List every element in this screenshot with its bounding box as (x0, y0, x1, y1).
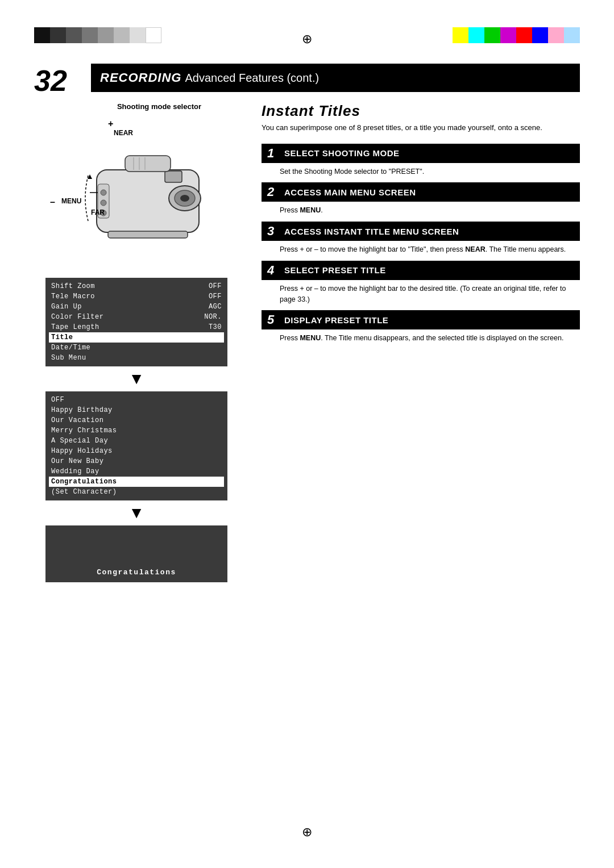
menu-row-submenu: Sub Menu (51, 353, 222, 363)
menu-row-shift-zoom: Shift ZoomOFF (51, 281, 222, 291)
step-1-body: Set the Shooting Mode selector to "PRESE… (262, 165, 580, 177)
title-merry-christmas: Merry Christmas (51, 425, 222, 436)
step-2-number: 2 (267, 185, 279, 199)
svg-point-3 (180, 195, 189, 202)
recording-label: RECORDING (100, 70, 181, 85)
far-label: FAR (91, 208, 105, 216)
left-column: Shooting mode selector + NEAR (34, 102, 250, 582)
title-happy-birthday: Happy Birthday (51, 405, 222, 415)
preview-text: Congratulations (97, 568, 176, 577)
color-bars-left (34, 27, 161, 43)
svg-point-11 (101, 200, 106, 206)
menu-row-title: Title (49, 332, 224, 343)
section-title: Instant Titles (262, 102, 580, 120)
camera-illustration (80, 136, 227, 261)
swatch-r1 (453, 27, 468, 43)
menu-row-tele-macro: Tele MacroOFF (51, 291, 222, 302)
title-set-character: (Set Character) (51, 487, 222, 497)
step-1-header: 1 SELECT SHOOTING MODE (262, 144, 580, 163)
menu-panel: Shift ZoomOFF Tele MacroOFF Gain UpAGC C… (45, 278, 227, 366)
arrow-down-2: ▼ (45, 504, 227, 522)
menu-row-gain-up: Gain UpAGC (51, 302, 222, 312)
step-2-header: 2 ACCESS MAIN MENU SCREEN (262, 182, 580, 202)
swatch-r8 (564, 27, 580, 43)
menu-row-datetime: Date/Time (51, 343, 222, 353)
menu-label: MENU (61, 197, 81, 205)
camera-diagram: + NEAR (45, 113, 239, 272)
step-1-number: 1 (267, 146, 279, 161)
preview-panel: Congratulations (45, 525, 227, 582)
title-happy-holidays: Happy Holidays (51, 446, 222, 456)
swatch-3 (66, 27, 82, 43)
step-4-header: 4 SELECT PRESET TITLE (262, 261, 580, 280)
title-special-day: A Special Day (51, 436, 222, 446)
plus-label: + (108, 119, 113, 129)
step-3-number: 3 (267, 224, 279, 239)
step-3-title: ACCESS INSTANT TITLE MENU SCREEN (284, 227, 459, 236)
header-bar: RECORDING Advanced Features (cont.) (91, 64, 580, 92)
swatch-1 (34, 27, 50, 43)
swatch-8 (146, 27, 161, 43)
swatch-r4 (500, 27, 516, 43)
title-select-panel: OFF Happy Birthday Our Vacation Merry Ch… (45, 391, 227, 500)
step-5-body: Press MENU. The Title menu disappears, a… (262, 332, 580, 344)
swatch-7 (130, 27, 146, 43)
menu-row-tape-length: Tape LengthT30 (51, 322, 222, 332)
step-4-title: SELECT PRESET TITLE (284, 265, 386, 275)
swatch-r3 (484, 27, 500, 43)
menu-row-color-filter: Color FilterNOR. (51, 312, 222, 322)
shooting-mode-label: Shooting mode selector (68, 102, 250, 111)
step-2-body: Press MENU. (262, 204, 580, 216)
right-column: Instant Titles You can superimpose one o… (262, 102, 580, 349)
page-number: 32 (34, 64, 67, 98)
swatch-4 (82, 27, 98, 43)
title-our-new-baby: Our New Baby (51, 456, 222, 466)
step-1-title: SELECT SHOOTING MODE (284, 148, 400, 158)
step-3-body: Press + or – to move the highlight bar t… (262, 243, 580, 255)
minus-label: – (50, 197, 55, 207)
swatch-r6 (532, 27, 548, 43)
registration-mark: ⊕ (302, 32, 312, 47)
advanced-label: Advanced Features (cont.) (185, 72, 319, 85)
svg-point-10 (101, 190, 106, 195)
step-2: 2 ACCESS MAIN MENU SCREEN Press MENU. (262, 182, 580, 216)
step-4: 4 SELECT PRESET TITLE Press + or – to mo… (262, 261, 580, 305)
step-3-header: 3 ACCESS INSTANT TITLE MENU SCREEN (262, 222, 580, 241)
step-5-header: 5 DISPLAY PRESET TITLE (262, 310, 580, 329)
bottom-registration-mark: ⊕ (302, 825, 312, 840)
step-4-number: 4 (267, 263, 279, 278)
svg-rect-5 (125, 156, 171, 172)
swatch-r5 (516, 27, 532, 43)
intro-text: You can superimpose one of 8 preset titl… (262, 122, 580, 133)
swatch-5 (98, 27, 114, 43)
svg-rect-4 (165, 171, 182, 182)
arrow-down-1: ▼ (45, 370, 227, 388)
swatch-6 (114, 27, 130, 43)
svg-rect-13 (108, 231, 188, 238)
title-wedding-day: Wedding Day (51, 466, 222, 477)
swatch-2 (50, 27, 66, 43)
step-5-title: DISPLAY PRESET TITLE (284, 315, 388, 325)
title-our-vacation: Our Vacation (51, 415, 222, 425)
swatch-r2 (468, 27, 484, 43)
step-5-number: 5 (267, 312, 279, 327)
step-1: 1 SELECT SHOOTING MODE Set the Shooting … (262, 144, 580, 177)
title-congratulations: Congratulations (49, 477, 224, 487)
step-2-title: ACCESS MAIN MENU SCREEN (284, 187, 416, 197)
title-off: OFF (51, 395, 222, 405)
step-4-body: Press + or – to move the highlight bar t… (262, 282, 580, 305)
step-3: 3 ACCESS INSTANT TITLE MENU SCREEN Press… (262, 222, 580, 255)
color-bars-right (453, 27, 580, 43)
swatch-r7 (548, 27, 564, 43)
step-5: 5 DISPLAY PRESET TITLE Press MENU. The T… (262, 310, 580, 344)
